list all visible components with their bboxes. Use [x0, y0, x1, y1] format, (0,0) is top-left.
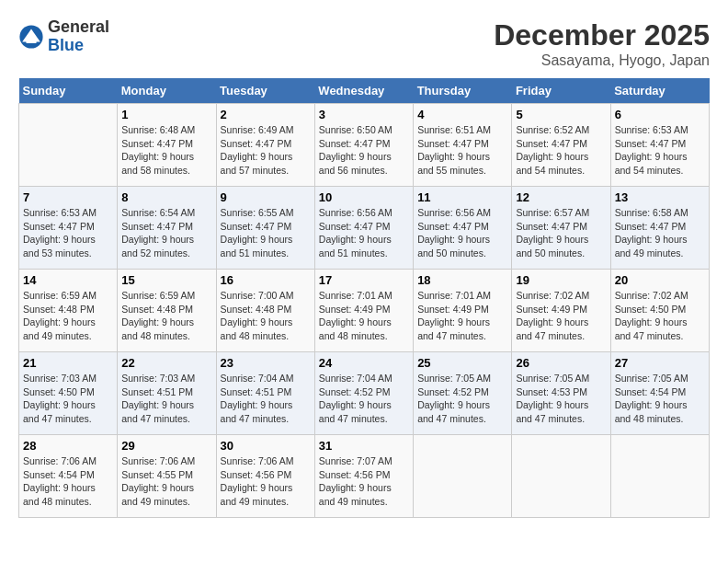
day-number: 13: [615, 190, 705, 204]
day-number: 5: [516, 108, 606, 121]
weekday-header-wednesday: Wednesday: [314, 78, 413, 104]
logo-general-text: General: [48, 17, 109, 36]
day-info: Sunrise: 7:01 AMSunset: 4:49 PMDaylight:…: [319, 289, 409, 343]
day-number: 17: [319, 273, 409, 287]
day-info: Sunrise: 7:04 AMSunset: 4:52 PMDaylight:…: [319, 372, 409, 426]
day-info: Sunrise: 6:58 AMSunset: 4:47 PMDaylight:…: [615, 206, 705, 260]
calendar-table: SundayMondayTuesdayWednesdayThursdayFrid…: [18, 78, 710, 518]
day-number: 8: [121, 190, 211, 204]
day-number: 16: [221, 273, 311, 287]
day-number: 19: [516, 273, 606, 287]
logo-icon: [18, 24, 44, 50]
day-info: Sunrise: 7:02 AMSunset: 4:49 PMDaylight:…: [516, 289, 606, 343]
title-block: December 2025 Sasayama, Hyogo, Japan: [494, 18, 710, 69]
day-info: Sunrise: 7:06 AMSunset: 4:55 PMDaylight:…: [121, 454, 211, 509]
weekday-header-monday: Monday: [118, 78, 216, 104]
day-info: Sunrise: 6:52 AMSunset: 4:47 PMDaylight:…: [516, 123, 606, 178]
day-info: Sunrise: 6:57 AMSunset: 4:47 PMDaylight:…: [516, 206, 606, 260]
day-info: Sunrise: 6:50 AMSunset: 4:47 PMDaylight:…: [319, 123, 409, 178]
weekday-header-saturday: Saturday: [610, 78, 709, 104]
day-info: Sunrise: 6:59 AMSunset: 4:48 PMDaylight:…: [121, 289, 211, 343]
calendar-cell: 29Sunrise: 7:06 AMSunset: 4:55 PMDayligh…: [118, 435, 216, 518]
day-info: Sunrise: 7:03 AMSunset: 4:51 PMDaylight:…: [121, 372, 211, 426]
day-info: Sunrise: 6:55 AMSunset: 4:47 PMDaylight:…: [221, 206, 311, 260]
calendar-week-row: 1Sunrise: 6:48 AMSunset: 4:47 PMDaylight…: [19, 104, 710, 187]
day-info: Sunrise: 6:51 AMSunset: 4:47 PMDaylight:…: [417, 123, 507, 178]
calendar-cell: 28Sunrise: 7:06 AMSunset: 4:54 PMDayligh…: [19, 435, 118, 518]
day-number: 30: [221, 439, 311, 453]
day-number: 1: [121, 108, 211, 121]
calendar-cell: 20Sunrise: 7:02 AMSunset: 4:50 PMDayligh…: [610, 270, 709, 352]
day-info: Sunrise: 7:05 AMSunset: 4:53 PMDaylight:…: [516, 372, 606, 426]
day-number: 10: [319, 190, 409, 204]
day-number: 2: [221, 108, 311, 121]
calendar-cell: 9Sunrise: 6:55 AMSunset: 4:47 PMDaylight…: [216, 187, 314, 270]
calendar-cell: 6Sunrise: 6:53 AMSunset: 4:47 PMDaylight…: [610, 104, 709, 187]
day-info: Sunrise: 7:03 AMSunset: 4:50 PMDaylight:…: [23, 372, 113, 426]
calendar-cell: 1Sunrise: 6:48 AMSunset: 4:47 PMDaylight…: [118, 104, 216, 187]
calendar-cell: 3Sunrise: 6:50 AMSunset: 4:47 PMDaylight…: [314, 104, 413, 187]
calendar-cell: 22Sunrise: 7:03 AMSunset: 4:51 PMDayligh…: [118, 352, 216, 435]
day-info: Sunrise: 6:54 AMSunset: 4:47 PMDaylight:…: [121, 206, 211, 260]
day-info: Sunrise: 6:49 AMSunset: 4:47 PMDaylight:…: [221, 123, 311, 178]
calendar-cell: 18Sunrise: 7:01 AMSunset: 4:49 PMDayligh…: [414, 270, 512, 352]
calendar-body: 1Sunrise: 6:48 AMSunset: 4:47 PMDaylight…: [19, 104, 710, 518]
calendar-cell: 26Sunrise: 7:05 AMSunset: 4:53 PMDayligh…: [512, 352, 610, 435]
day-number: 11: [417, 190, 507, 204]
calendar-cell: 27Sunrise: 7:05 AMSunset: 4:54 PMDayligh…: [610, 352, 709, 435]
weekday-header-thursday: Thursday: [414, 78, 512, 104]
calendar-cell: 25Sunrise: 7:05 AMSunset: 4:52 PMDayligh…: [414, 352, 512, 435]
day-info: Sunrise: 7:04 AMSunset: 4:51 PMDaylight:…: [221, 372, 311, 426]
weekday-header-friday: Friday: [512, 78, 610, 104]
calendar-cell: 11Sunrise: 6:56 AMSunset: 4:47 PMDayligh…: [414, 187, 512, 270]
calendar-week-row: 14Sunrise: 6:59 AMSunset: 4:48 PMDayligh…: [19, 270, 710, 352]
weekday-header-tuesday: Tuesday: [216, 78, 314, 104]
day-info: Sunrise: 7:06 AMSunset: 4:56 PMDaylight:…: [221, 454, 311, 509]
day-number: 7: [23, 190, 113, 204]
calendar-cell: 31Sunrise: 7:07 AMSunset: 4:56 PMDayligh…: [314, 435, 413, 518]
day-info: Sunrise: 6:48 AMSunset: 4:47 PMDaylight:…: [121, 123, 211, 178]
day-info: Sunrise: 7:01 AMSunset: 4:49 PMDaylight:…: [417, 289, 507, 343]
day-number: 6: [615, 108, 705, 121]
day-number: 23: [221, 356, 311, 370]
day-number: 29: [121, 439, 211, 453]
logo: General Blue: [18, 18, 109, 55]
calendar-cell: 4Sunrise: 6:51 AMSunset: 4:47 PMDaylight…: [414, 104, 512, 187]
calendar-week-row: 28Sunrise: 7:06 AMSunset: 4:54 PMDayligh…: [19, 435, 710, 518]
svg-rect-2: [26, 40, 36, 43]
calendar-cell: 10Sunrise: 6:56 AMSunset: 4:47 PMDayligh…: [314, 187, 413, 270]
day-info: Sunrise: 6:53 AMSunset: 4:47 PMDaylight:…: [23, 206, 113, 260]
day-number: 25: [417, 356, 507, 370]
calendar-cell: 13Sunrise: 6:58 AMSunset: 4:47 PMDayligh…: [610, 187, 709, 270]
day-info: Sunrise: 6:56 AMSunset: 4:47 PMDaylight:…: [417, 206, 507, 260]
calendar-cell: 23Sunrise: 7:04 AMSunset: 4:51 PMDayligh…: [216, 352, 314, 435]
calendar-cell: 15Sunrise: 6:59 AMSunset: 4:48 PMDayligh…: [118, 270, 216, 352]
calendar-cell: [19, 104, 118, 187]
day-info: Sunrise: 7:06 AMSunset: 4:54 PMDaylight:…: [23, 454, 113, 509]
page-header: General Blue December 2025 Sasayama, Hyo…: [18, 18, 710, 69]
calendar-cell: 5Sunrise: 6:52 AMSunset: 4:47 PMDaylight…: [512, 104, 610, 187]
day-info: Sunrise: 6:56 AMSunset: 4:47 PMDaylight:…: [319, 206, 409, 260]
calendar-cell: 8Sunrise: 6:54 AMSunset: 4:47 PMDaylight…: [118, 187, 216, 270]
day-number: 22: [121, 356, 211, 370]
weekday-header-sunday: Sunday: [19, 78, 118, 104]
day-number: 9: [221, 190, 311, 204]
logo-blue-text: Blue: [48, 36, 84, 54]
day-info: Sunrise: 7:05 AMSunset: 4:54 PMDaylight:…: [615, 372, 705, 426]
day-number: 12: [516, 190, 606, 204]
calendar-cell: 19Sunrise: 7:02 AMSunset: 4:49 PMDayligh…: [512, 270, 610, 352]
day-info: Sunrise: 6:59 AMSunset: 4:48 PMDaylight:…: [23, 289, 113, 343]
calendar-cell: 12Sunrise: 6:57 AMSunset: 4:47 PMDayligh…: [512, 187, 610, 270]
day-info: Sunrise: 7:00 AMSunset: 4:48 PMDaylight:…: [221, 289, 311, 343]
day-number: 27: [615, 356, 705, 370]
calendar-cell: [610, 435, 709, 518]
day-number: 18: [417, 273, 507, 287]
calendar-cell: 7Sunrise: 6:53 AMSunset: 4:47 PMDaylight…: [19, 187, 118, 270]
day-number: 24: [319, 356, 409, 370]
calendar-cell: 2Sunrise: 6:49 AMSunset: 4:47 PMDaylight…: [216, 104, 314, 187]
day-number: 26: [516, 356, 606, 370]
calendar-subtitle: Sasayama, Hyogo, Japan: [494, 52, 710, 69]
day-number: 3: [319, 108, 409, 121]
day-number: 28: [23, 439, 113, 453]
day-number: 14: [23, 273, 113, 287]
